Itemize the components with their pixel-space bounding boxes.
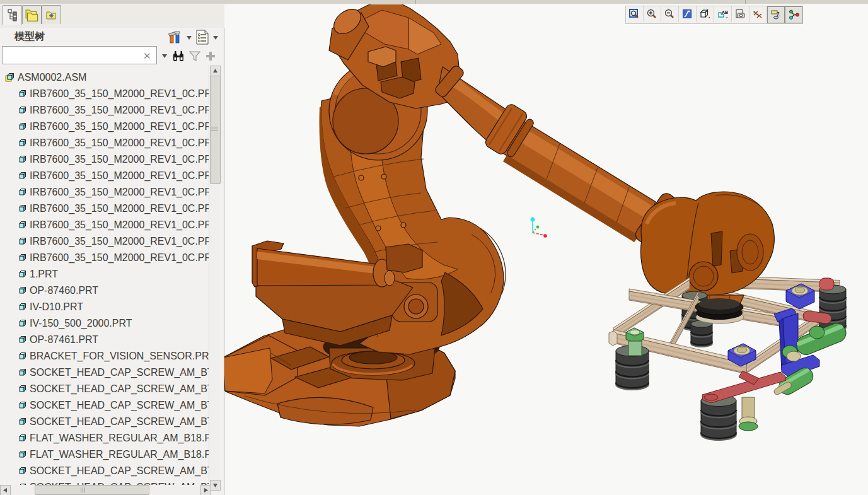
svg-text:AB: AB (722, 10, 728, 15)
svg-text:❋: ❋ (49, 13, 54, 19)
svg-text:x: x (753, 10, 755, 14)
